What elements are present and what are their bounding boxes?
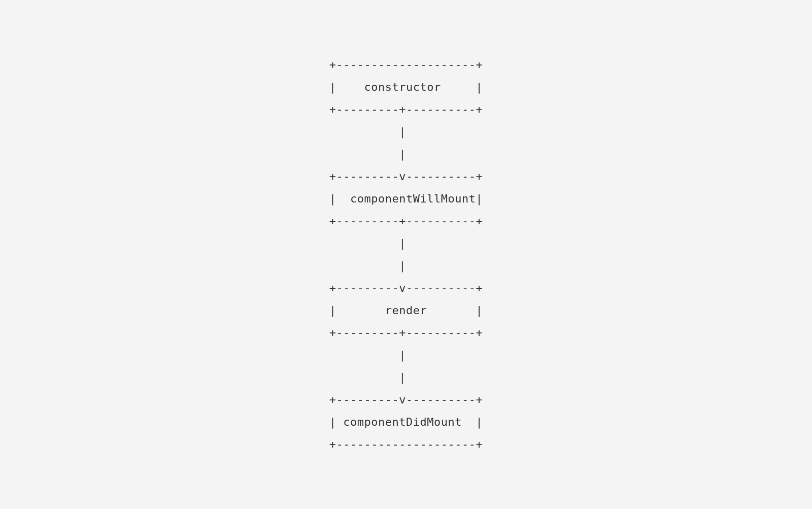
- lifecycle-ascii-diagram: +--------------------+ | constructor | +…: [329, 54, 483, 456]
